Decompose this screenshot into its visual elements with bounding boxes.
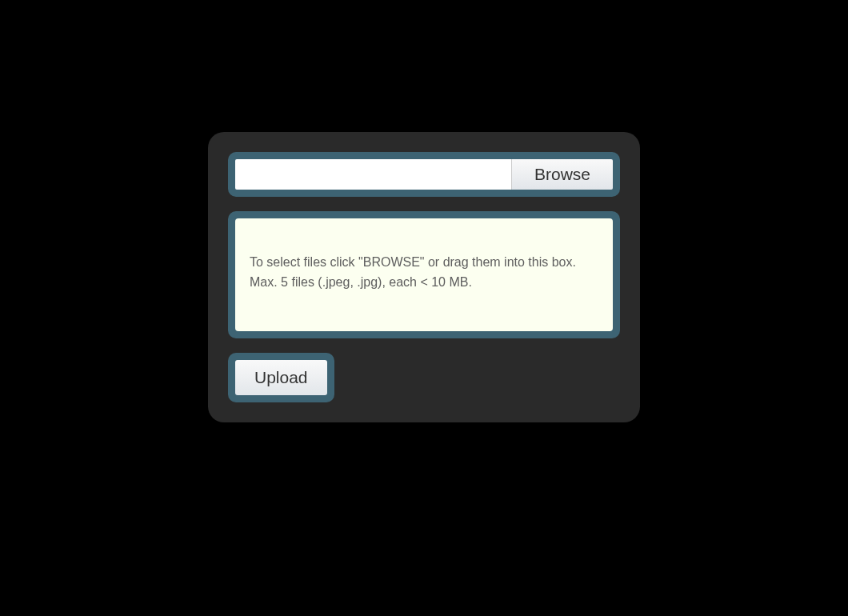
upload-button[interactable]: Upload bbox=[235, 360, 327, 395]
upload-panel: Browse To select files click "BROWSE" or… bbox=[208, 132, 640, 422]
file-dropzone[interactable]: To select files click "BROWSE" or drag t… bbox=[235, 218, 613, 331]
file-input-wrapper: Browse bbox=[228, 152, 620, 197]
dropzone-instruction-line1: To select files click "BROWSE" or drag t… bbox=[250, 254, 598, 271]
file-path-input[interactable] bbox=[235, 159, 511, 190]
upload-button-wrapper: Upload bbox=[228, 353, 334, 402]
dropzone-wrapper: To select files click "BROWSE" or drag t… bbox=[228, 211, 620, 338]
browse-button[interactable]: Browse bbox=[511, 159, 613, 190]
dropzone-instruction-line2: Max. 5 files (.jpeg, .jpg), each < 10 MB… bbox=[250, 274, 598, 291]
